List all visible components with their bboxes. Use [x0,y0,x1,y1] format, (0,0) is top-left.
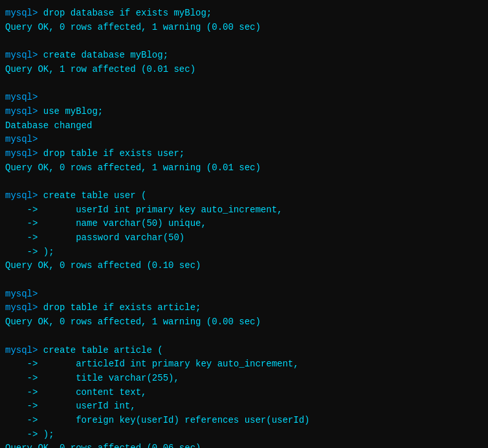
output-line: Query OK, 0 rows affected, 1 warning (0.… [5,21,483,35]
continuation-line: -> userId int primary key auto_increment… [5,203,483,218]
prompt: mysql> [5,190,43,201]
command-line: mysql> drop table if exists article; [5,301,483,315]
output-line: Query OK, 0 rows affected (0.06 sec) [5,442,483,448]
blank-line [5,330,483,344]
prompt: mysql> [5,302,43,313]
command-text: drop database if exists myBlog; [43,8,212,18]
continuation-line: -> name varchar(50) unique, [5,217,483,231]
output-line: Query OK, 1 row affected (0.01 sec) [5,63,483,77]
blank-line [5,273,483,287]
blank-line [5,34,483,49]
continuation-line: -> ); [5,428,483,442]
output-line: Query OK, 0 rows affected, 1 warning (0.… [5,315,483,330]
blank-line [5,175,483,189]
blank-line [5,76,483,91]
continuation-line: -> articleId int primary key auto_increm… [5,357,483,372]
command-text: drop table if exists user; [43,148,184,159]
output-line: Query OK, 0 rows affected, 1 warning (0.… [5,161,483,175]
continuation-line: -> password varchar(50) [5,231,483,245]
prompt: mysql> [5,50,43,60]
prompt: mysql> [5,289,43,299]
terminal-output: mysql> drop database if exists myBlog;Qu… [5,6,483,448]
command-line: mysql> [5,287,483,302]
continuation-line: -> content text, [5,386,483,400]
command-line: mysql> create table user ( [5,189,483,203]
continuation-line: -> ); [5,245,483,260]
command-text: create database myBlog; [43,50,168,60]
prompt: mysql> [5,8,43,18]
command-line: mysql> use myBlog; [5,105,483,119]
prompt: mysql> [5,134,43,144]
command-line: mysql> drop database if exists myBlog; [5,6,483,21]
prompt: mysql> [5,92,43,102]
prompt: mysql> [5,345,43,355]
command-text: create table user ( [43,190,147,201]
command-text: create table article ( [43,345,163,355]
terminal-window: mysql> drop database if exists myBlog;Qu… [0,0,488,448]
prompt: mysql> [5,148,43,159]
continuation-line: -> userId int, [5,399,483,414]
continuation-line: -> title varchar(255), [5,372,483,386]
command-line: mysql> [5,133,483,147]
command-text: use myBlog; [43,106,103,117]
prompt: mysql> [5,106,43,117]
output-line: Database changed [5,119,483,133]
command-line: mysql> create database myBlog; [5,49,483,63]
continuation-line: -> foreign key(userId) references user(u… [5,414,483,428]
command-line: mysql> drop table if exists user; [5,147,483,161]
command-line: mysql> [5,91,483,105]
command-text: drop table if exists article; [43,302,201,313]
command-line: mysql> create table article ( [5,344,483,358]
output-line: Query OK, 0 rows affected (0.10 sec) [5,259,483,273]
